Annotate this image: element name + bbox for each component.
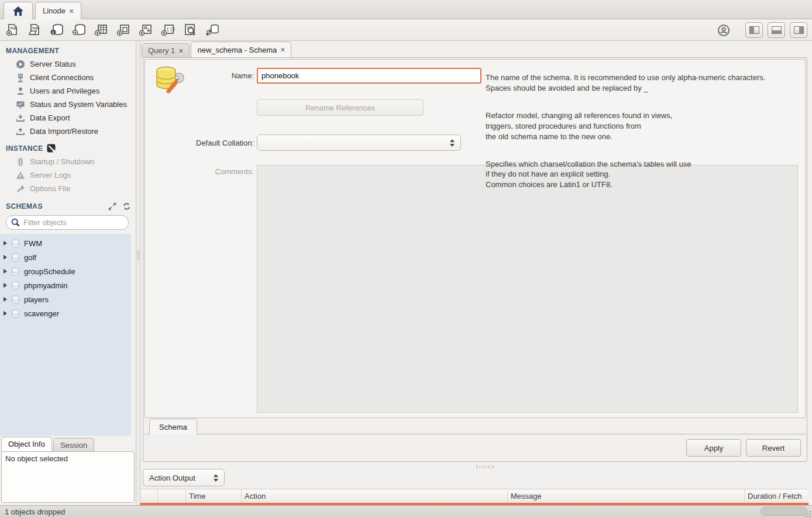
schema-filter-input[interactable] xyxy=(23,218,126,227)
toggle-left-panel-icon[interactable] xyxy=(745,22,763,38)
management-section-title: MANAGEMENT xyxy=(0,41,136,57)
new-sql-tab-icon[interactable]: SQL xyxy=(6,23,19,36)
toggle-bottom-panel-icon[interactable] xyxy=(768,22,785,38)
refresh-schemas-icon[interactable] xyxy=(122,202,131,210)
horizontal-scrollbar-thumb[interactable] xyxy=(761,507,807,516)
output-col-time[interactable]: Time xyxy=(186,489,242,503)
schema-editor-panel: Name: Rename References Default Collatio… xyxy=(143,57,807,462)
svg-text:SQL: SQL xyxy=(10,26,18,30)
help-text: The name of the schema. It is recommende… xyxy=(486,62,790,207)
sidebar-item-client-connections[interactable]: Client Connections xyxy=(0,71,136,84)
open-sql-file-icon[interactable]: SQL xyxy=(28,23,41,36)
toggle-right-panel-icon[interactable] xyxy=(790,22,807,38)
sidebar-item-data-import[interactable]: Data Import/Restore xyxy=(0,125,136,138)
import-icon xyxy=(15,126,25,136)
monitor-chart-icon xyxy=(15,99,25,109)
apply-button[interactable]: Apply xyxy=(686,439,741,457)
help-refactor-text: Refactor model, changing all references … xyxy=(486,110,790,142)
svg-text:{(): {() xyxy=(166,26,176,32)
client-connections-icon xyxy=(15,72,25,82)
search-icon xyxy=(11,218,20,227)
schema-list: FWM golf groupSchedule phpmyadmin player… xyxy=(0,234,131,436)
connection-tab-label: Linode xyxy=(43,6,66,15)
expander-icon[interactable] xyxy=(4,269,7,274)
default-collation-select[interactable] xyxy=(257,134,461,151)
close-icon[interactable]: × xyxy=(69,7,74,15)
instance-wrench-badge-icon xyxy=(47,144,56,153)
schema-form: Name: Rename References Default Collatio… xyxy=(144,59,806,418)
schema-item-players[interactable]: players xyxy=(0,292,131,306)
create-table-icon[interactable] xyxy=(95,23,108,36)
sidebar-item-server-status[interactable]: Server Status xyxy=(0,57,136,71)
schema-item-golf[interactable]: golf xyxy=(0,250,131,264)
schema-item-groupschedule[interactable]: groupSchedule xyxy=(0,264,131,278)
stepper-arrows-icon xyxy=(450,139,455,147)
main-area: Query 1 × new_schema - Schema × Name: Re… xyxy=(140,41,812,505)
tab-object-info[interactable]: Object Info xyxy=(1,437,52,451)
sidebar-item-users-privileges[interactable]: Users and Privileges xyxy=(0,84,136,98)
stepper-arrows-icon xyxy=(214,474,218,482)
vertical-splitter[interactable] xyxy=(136,41,140,505)
sync-data-icon[interactable] xyxy=(206,23,219,36)
instance-section-title: INSTANCE xyxy=(0,138,136,155)
create-procedure-icon[interactable] xyxy=(139,23,152,36)
expander-icon[interactable] xyxy=(4,283,7,288)
tab-query-1[interactable]: Query 1 × xyxy=(142,43,190,57)
schema-name-input[interactable] xyxy=(257,68,481,84)
user-lock-icon xyxy=(717,24,730,37)
help-collation-text: Specifies which charset/collation the sc… xyxy=(486,159,790,191)
expander-icon[interactable] xyxy=(4,311,7,316)
revert-button[interactable]: Revert xyxy=(746,439,801,457)
horizontal-splitter[interactable] xyxy=(476,465,494,468)
sidebar-item-status-variables[interactable]: Status and System Variables xyxy=(0,98,136,111)
window-resize-grip[interactable] xyxy=(804,510,811,517)
name-label: Name: xyxy=(154,71,254,80)
sidebar-item-data-export[interactable]: Data Export xyxy=(0,111,136,125)
output-col-duration[interactable]: Duration / Fetch xyxy=(745,489,808,503)
svg-text:SQL: SQL xyxy=(32,26,40,30)
startup-shutdown-icon xyxy=(15,157,25,167)
close-icon[interactable]: × xyxy=(280,46,285,54)
sidebar-item-startup-shutdown[interactable]: Startup / Shutdown xyxy=(0,155,136,168)
expand-schemas-icon[interactable] xyxy=(108,202,116,210)
drop-indicator-bar xyxy=(140,503,808,505)
expander-icon[interactable] xyxy=(4,255,7,260)
comments-label: Comments: xyxy=(154,167,254,176)
schema-item-scavenger[interactable]: scavenger xyxy=(0,306,131,320)
rename-references-button[interactable]: Rename References xyxy=(257,99,424,116)
expander-icon[interactable] xyxy=(4,241,7,246)
create-view-icon[interactable] xyxy=(117,23,130,36)
create-function-icon[interactable]: {() xyxy=(161,23,174,36)
schema-item-fwm[interactable]: FWM xyxy=(0,236,131,250)
output-col-status[interactable] xyxy=(140,489,158,503)
output-col-message[interactable]: Message xyxy=(508,489,745,503)
default-collation-label: Default Collation: xyxy=(154,139,254,147)
schemas-section-title: SCHEMAS xyxy=(0,195,136,213)
help-name-text: The name of the schema. It is recommende… xyxy=(486,72,790,94)
connection-tab[interactable]: Linode × xyxy=(35,2,81,19)
editor-subtab-row: Schema xyxy=(144,418,806,434)
object-info-content: No object selected xyxy=(1,451,135,503)
search-objects-icon[interactable] xyxy=(184,23,197,36)
close-icon[interactable]: × xyxy=(178,47,183,55)
expander-icon[interactable] xyxy=(4,297,7,302)
schema-filter-box xyxy=(6,215,129,230)
sidebar-item-options-file[interactable]: Options File xyxy=(0,182,136,195)
schema-icon xyxy=(11,295,20,304)
object-info-panel: Object Info Session No object selected xyxy=(0,436,136,505)
schema-item-phpmyadmin[interactable]: phpmyadmin xyxy=(0,278,131,292)
warning-triangle-icon xyxy=(15,170,25,180)
schema-icon xyxy=(11,309,20,318)
output-col-index[interactable] xyxy=(158,489,186,503)
action-output-select[interactable]: Action Output xyxy=(143,469,225,486)
tab-schema-editor[interactable]: new_schema - Schema × xyxy=(191,42,291,57)
create-schema-icon[interactable] xyxy=(73,23,85,36)
tab-schema-bottom[interactable]: Schema xyxy=(149,419,197,434)
main-toolbar: SQL SQL i {() xyxy=(0,19,812,41)
tab-session[interactable]: Session xyxy=(53,438,94,451)
schema-icon xyxy=(11,267,20,276)
sidebar-item-server-logs[interactable]: Server Logs xyxy=(0,168,136,182)
schema-info-icon[interactable]: i xyxy=(50,23,63,36)
output-col-action[interactable]: Action xyxy=(242,489,508,503)
home-tab[interactable] xyxy=(4,2,33,19)
